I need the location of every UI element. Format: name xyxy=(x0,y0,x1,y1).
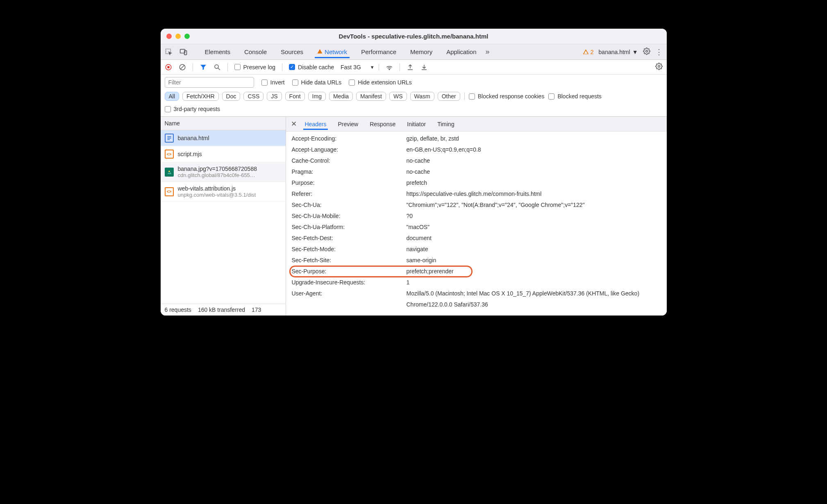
header-name: Sec-Fetch-Site: xyxy=(292,255,407,266)
svg-point-12 xyxy=(389,69,390,70)
header-name: Sec-Fetch-Mode: xyxy=(292,244,407,255)
script-icon: <> xyxy=(165,150,174,159)
detail-tab-headers[interactable]: Headers xyxy=(303,118,328,130)
header-row: Sec-Fetch-Site:same-origin xyxy=(292,255,667,266)
type-pill-js[interactable]: JS xyxy=(267,92,282,101)
tab-memory[interactable]: Memory xyxy=(408,45,435,58)
header-name: Sec-Ch-Ua: xyxy=(292,200,407,211)
request-row[interactable]: banana.html xyxy=(161,130,286,146)
header-row: Sec-Ch-Ua-Mobile:?0 xyxy=(292,211,667,222)
detail-tab-timing[interactable]: Timing xyxy=(436,118,456,130)
detail-tab-initiator[interactable]: Initiator xyxy=(405,118,427,130)
warnings-badge[interactable]: 2 xyxy=(583,49,594,55)
type-pill-css[interactable]: CSS xyxy=(243,92,264,101)
tab-label: Memory xyxy=(410,48,432,55)
header-value: navigate xyxy=(407,244,667,255)
minimize-window-button[interactable] xyxy=(175,34,181,39)
kebab-menu-icon[interactable]: ⋮ xyxy=(655,48,663,57)
main-tabs: ElementsConsoleSourcesNetworkPerformance… xyxy=(161,44,667,60)
clear-icon[interactable] xyxy=(179,64,186,71)
type-pill-all[interactable]: All xyxy=(165,92,179,101)
document-icon xyxy=(165,134,174,143)
third-party-label: 3rd-party requests xyxy=(174,106,220,112)
tab-application[interactable]: Application xyxy=(444,45,479,58)
header-row: Sec-Purpose:prefetch;prerender xyxy=(292,266,667,277)
svg-point-13 xyxy=(658,65,660,67)
preserve-log-label: Preserve log xyxy=(243,64,276,70)
settings-icon[interactable] xyxy=(643,48,650,57)
header-name: Purpose: xyxy=(292,177,407,188)
header-value: ?0 xyxy=(407,211,667,222)
header-row: Sec-Fetch-Dest:document xyxy=(292,233,667,244)
header-name: Sec-Ch-Ua-Platform: xyxy=(292,222,407,233)
header-value: same-origin xyxy=(407,255,667,266)
hide-data-urls-label: Hide data URLs xyxy=(301,79,342,86)
context-selector[interactable]: banana.html ▼ xyxy=(599,49,638,55)
filter-icon[interactable] xyxy=(200,64,207,71)
download-icon[interactable] xyxy=(420,64,428,71)
image-icon xyxy=(165,168,174,177)
header-row: Sec-Ch-Ua:"Chromium";v="122", "Not(A:Bra… xyxy=(292,200,667,211)
header-value: prefetch;prerender xyxy=(407,266,667,277)
network-settings-icon[interactable] xyxy=(655,64,663,71)
tab-label: Elements xyxy=(205,48,231,55)
svg-point-10 xyxy=(215,65,218,68)
type-pill-fetchxhr[interactable]: Fetch/XHR xyxy=(182,92,218,101)
third-party-checkbox[interactable]: 3rd-party requests xyxy=(165,106,220,112)
upload-icon[interactable] xyxy=(407,64,414,71)
header-value: "macOS" xyxy=(407,222,667,233)
tab-performance[interactable]: Performance xyxy=(359,45,399,58)
header-row: Sec-Fetch-Mode:navigate xyxy=(292,244,667,255)
header-value: no-cache xyxy=(407,155,667,166)
header-name: Accept-Language: xyxy=(292,144,407,155)
close-detail-icon[interactable]: ✕ xyxy=(291,120,297,128)
svg-rect-3 xyxy=(586,51,586,52)
filter-bar: Invert Hide data URLs Hide extension URL… xyxy=(161,75,667,90)
header-value: no-cache xyxy=(407,166,667,177)
tab-console[interactable]: Console xyxy=(242,45,269,58)
tab-sources[interactable]: Sources xyxy=(278,45,306,58)
zoom-window-button[interactable] xyxy=(184,34,190,39)
header-name: Accept-Encoding: xyxy=(292,133,407,144)
close-window-button[interactable] xyxy=(166,34,172,39)
request-row[interactable]: banana.jpg?v=1705668720588cdn.glitch.glo… xyxy=(161,162,286,182)
throttling-value: Fast 3G xyxy=(341,64,361,70)
filter-input[interactable] xyxy=(165,77,254,88)
warning-count: 2 xyxy=(591,49,594,55)
detail-tab-preview[interactable]: Preview xyxy=(336,118,360,130)
request-name: script.mjs xyxy=(178,151,202,157)
type-pill-manifest[interactable]: Manifest xyxy=(356,92,386,101)
tab-elements[interactable]: Elements xyxy=(202,45,233,58)
tab-network[interactable]: Network xyxy=(315,45,350,58)
header-name: Referer: xyxy=(292,188,407,200)
hide-data-urls-checkbox[interactable]: Hide data URLs xyxy=(292,79,342,86)
type-pill-wasm[interactable]: Wasm xyxy=(410,92,434,101)
device-toggle-icon[interactable] xyxy=(179,48,188,56)
header-name: Sec-Ch-Ua-Mobile: xyxy=(292,211,407,222)
tab-label: Console xyxy=(244,48,267,55)
record-icon[interactable] xyxy=(165,64,172,71)
hide-extension-urls-checkbox[interactable]: Hide extension URLs xyxy=(349,79,412,86)
header-value: 1 xyxy=(407,277,667,288)
type-pill-img[interactable]: Img xyxy=(308,92,326,101)
more-tabs-icon[interactable]: » xyxy=(486,48,490,56)
inspect-icon[interactable] xyxy=(165,48,173,56)
name-column-header[interactable]: Name xyxy=(161,117,286,130)
network-conditions-icon[interactable] xyxy=(386,64,393,71)
type-pill-other[interactable]: Other xyxy=(438,92,460,101)
header-name: Sec-Purpose: xyxy=(292,266,407,277)
disable-cache-checkbox[interactable]: ✓Disable cache xyxy=(289,64,334,70)
search-icon[interactable] xyxy=(214,64,221,71)
type-pill-font[interactable]: Font xyxy=(285,92,305,101)
type-pill-ws[interactable]: WS xyxy=(389,92,407,101)
type-pill-media[interactable]: Media xyxy=(329,92,353,101)
request-row[interactable]: <>script.mjs xyxy=(161,146,286,162)
request-row[interactable]: <>web-vitals.attribution.jsunpkg.com/web… xyxy=(161,182,286,202)
detail-tab-response[interactable]: Response xyxy=(368,118,397,130)
throttling-select[interactable]: Fast 3G ▼ xyxy=(341,64,379,70)
type-pill-doc[interactable]: Doc xyxy=(222,92,241,101)
invert-checkbox[interactable]: Invert xyxy=(261,79,285,86)
blocked-cookies-checkbox[interactable]: Blocked response cookies xyxy=(469,93,545,100)
preserve-log-checkbox[interactable]: Preserve log xyxy=(234,64,276,70)
blocked-requests-checkbox[interactable]: Blocked requests xyxy=(548,93,601,100)
